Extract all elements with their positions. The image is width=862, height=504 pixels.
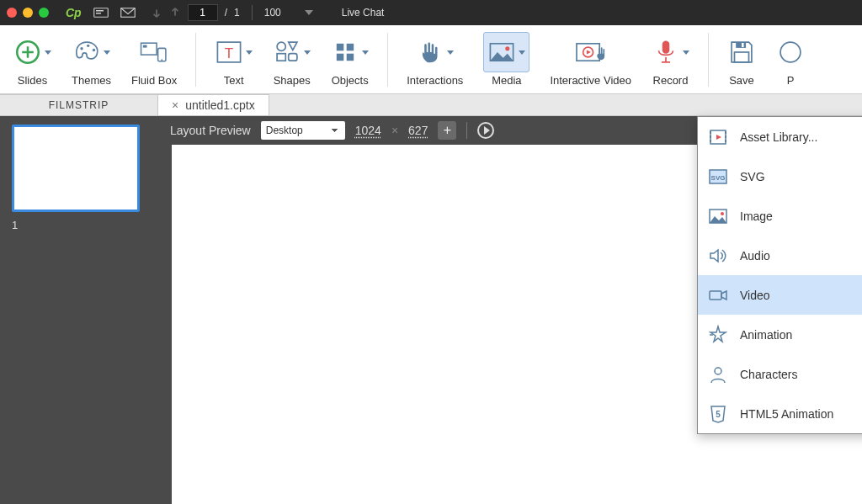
preview-label: P (787, 74, 795, 87)
svg-rect-18 (347, 44, 354, 51)
menu-characters[interactable]: Characters (698, 354, 862, 394)
menu-label: Image (740, 210, 773, 223)
divider (466, 122, 467, 139)
chevron-down-icon (683, 50, 689, 55)
svg-icon: SVG (708, 167, 728, 187)
save-button[interactable]: Save (717, 25, 766, 93)
svg-rect-27 (742, 43, 744, 47)
fluid-box-button[interactable]: Fluid Box (121, 25, 187, 93)
svg-rect-20 (347, 54, 354, 61)
objects-button[interactable]: Objects (321, 25, 379, 93)
hand-icon (416, 38, 444, 66)
interactions-button[interactable]: Interactions (396, 25, 473, 93)
filmstrip-panel: 1 (0, 116, 158, 504)
interactions-label: Interactions (407, 74, 463, 87)
svg-rect-15 (277, 54, 285, 61)
slides-button[interactable]: Slides (3, 25, 61, 93)
microphone-icon (652, 38, 680, 66)
svg-rect-33 (710, 140, 711, 142)
svg-rect-35 (725, 135, 726, 138)
menu-asset-library[interactable]: Asset Library... (698, 117, 862, 157)
window-minimize-button[interactable] (23, 8, 33, 18)
close-tab-icon[interactable]: × (172, 98, 178, 112)
menu-label: Animation (740, 328, 792, 342)
zoom-dropdown-icon[interactable] (305, 10, 313, 15)
menu-svg[interactable]: SVG SVG (698, 157, 862, 196)
zoom-value: 100 (264, 7, 281, 19)
page-total: 1 (234, 7, 240, 19)
ribbon-toolbar: Slides Themes Fluid Box T Text Shapes (0, 25, 862, 94)
chevron-down-icon (362, 50, 369, 55)
divider (708, 33, 709, 87)
audio-icon (708, 246, 728, 266)
slide-number: 1 (12, 219, 146, 231)
mail-icon[interactable] (120, 7, 136, 19)
page-current-input[interactable] (188, 4, 218, 21)
interactive-video-label: Interactive Video (550, 74, 631, 87)
media-menu: Asset Library... SVG SVG Image Audio Vid… (697, 116, 862, 434)
menu-video[interactable]: Video (698, 275, 862, 315)
characters-icon (708, 364, 728, 385)
slide-thumbnail[interactable] (12, 125, 140, 212)
presentation-icon[interactable] (93, 7, 109, 19)
svg-rect-26 (736, 42, 746, 48)
plus-icon (13, 38, 42, 66)
objects-icon (331, 38, 359, 66)
menu-image[interactable]: Image (698, 196, 862, 236)
asset-library-icon (708, 127, 728, 147)
media-label: Media (492, 74, 521, 87)
interactive-video-icon (574, 38, 608, 66)
record-label: Record (653, 74, 689, 87)
svg-rect-34 (725, 131, 726, 134)
svg-point-40 (721, 212, 724, 215)
plus-icon: + (444, 123, 451, 138)
image-icon (487, 38, 516, 66)
svg-point-7 (93, 49, 95, 51)
save-label: Save (729, 74, 754, 87)
svg-text:SVG: SVG (711, 174, 726, 182)
menu-label: SVG (740, 170, 765, 183)
menu-animation[interactable]: Animation (698, 315, 862, 354)
device-select[interactable]: Desktop (261, 121, 345, 140)
window-maximize-button[interactable] (39, 8, 49, 18)
live-chat-link[interactable]: Live Chat (342, 7, 385, 19)
svg-rect-36 (725, 140, 726, 142)
record-button[interactable]: Record (641, 25, 700, 93)
redo-icon[interactable] (169, 7, 181, 19)
file-tab[interactable]: × untitled1.cptx (158, 94, 269, 115)
text-button[interactable]: T Text (205, 25, 263, 93)
fluid-box-label: Fluid Box (131, 74, 177, 87)
menu-audio[interactable]: Audio (698, 236, 862, 275)
fluid-box-icon (140, 38, 168, 66)
menu-label: HTML5 Animation (740, 407, 833, 421)
shapes-button[interactable]: Shapes (263, 25, 321, 93)
page-separator: / (225, 7, 227, 19)
menu-html5-animation[interactable]: 5 HTML5 Animation (698, 394, 862, 433)
svg-point-5 (80, 47, 82, 50)
undo-icon[interactable] (151, 7, 162, 19)
svg-point-11 (161, 59, 162, 61)
chevron-down-icon (519, 50, 525, 55)
menu-label: Characters (740, 368, 797, 381)
themes-button[interactable]: Themes (61, 25, 121, 93)
add-breakpoint-button[interactable]: + (438, 121, 456, 140)
html5-icon: 5 (708, 404, 728, 424)
menu-label: Asset Library... (740, 130, 817, 144)
preview-button[interactable]: P (766, 25, 805, 93)
svg-point-6 (87, 45, 89, 47)
svg-text:5: 5 (716, 410, 721, 419)
divider (195, 33, 196, 87)
animation-icon (708, 325, 728, 345)
svg-point-14 (277, 42, 285, 50)
svg-point-42 (715, 368, 721, 374)
main-area: 1 Layout Preview Desktop 1024 × 627 + As… (0, 116, 862, 504)
preview-icon (776, 38, 805, 66)
window-close-button[interactable] (7, 8, 17, 18)
interactive-video-button[interactable]: Interactive Video (540, 25, 641, 93)
canvas-height[interactable]: 627 (408, 124, 428, 137)
play-button[interactable] (477, 122, 494, 139)
canvas-width[interactable]: 1024 (355, 124, 381, 137)
filmstrip-header: FILMSTRIP (0, 94, 158, 115)
media-button[interactable]: Media (473, 25, 540, 93)
svg-rect-1 (96, 10, 104, 12)
